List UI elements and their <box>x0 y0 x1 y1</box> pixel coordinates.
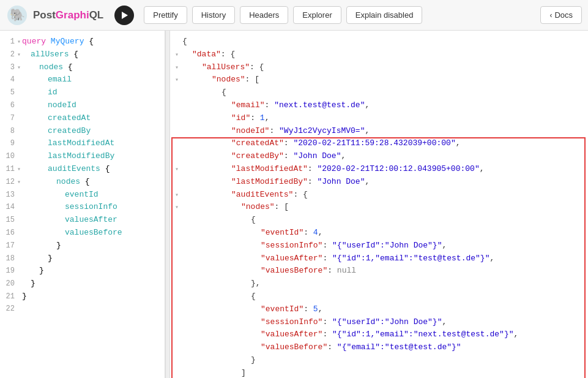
json-line-content: }, <box>182 278 261 290</box>
line-number: 7 <box>0 113 15 124</box>
result-panel[interactable]: {▾"data": {▾"allUsers": {▾"nodes": [ { "… <box>170 31 588 378</box>
explain-button[interactable]: Explain disabled <box>346 6 423 24</box>
line-number: 17 <box>0 240 15 252</box>
json-line: "lastModifiedBy": "John Doe", <box>170 176 588 189</box>
json-line-content: "nodes": [ <box>182 74 259 86</box>
json-line: { <box>170 86 588 99</box>
query-editor[interactable]: 1▾query MyQuery {2▾allUsers {3▾nodes {4 … <box>0 31 165 378</box>
toggle-arrow <box>17 216 21 225</box>
query-line: 10 lastModifiedBy <box>0 150 165 163</box>
json-line: ▾"nodes": [ <box>170 201 588 214</box>
line-number: 8 <box>0 126 15 137</box>
json-toggle-arrow <box>175 229 180 238</box>
prettify-button[interactable]: Prettify <box>144 6 187 24</box>
json-toggle-arrow <box>175 241 180 251</box>
query-line: 19 } <box>0 265 165 278</box>
json-line-content: "eventId": 5, <box>182 303 322 316</box>
line-content: } <box>22 265 44 278</box>
json-toggle-arrow <box>175 101 180 111</box>
json-line-content: "createdBy": "John Doe", <box>182 150 346 163</box>
line-content: query MyQuery { <box>22 36 94 48</box>
line-number: 22 <box>0 303 15 315</box>
json-toggle-arrow <box>175 178 180 187</box>
line-content: lastModifiedBy <box>22 150 114 163</box>
line-content: createdBy <box>22 125 91 138</box>
json-toggle-arrow <box>175 279 180 289</box>
query-line: 22 <box>0 303 165 315</box>
json-line: }, <box>170 278 588 290</box>
toggle-arrow[interactable]: ▾ <box>17 165 21 175</box>
line-number: 12 <box>0 176 15 188</box>
json-line: "sessionInfo": "{"userId":"John Doe"}", <box>170 240 588 252</box>
toggle-arrow <box>17 191 21 200</box>
line-content: } <box>22 252 53 265</box>
line-content: nodeId <box>22 99 76 112</box>
toggle-arrow <box>17 203 21 213</box>
json-line-content: "valuesBefore": null <box>182 265 356 278</box>
line-number: 21 <box>0 291 15 303</box>
query-line: 14 sessionInfo <box>0 201 165 214</box>
docs-button[interactable]: ‹ Docs <box>540 6 582 24</box>
json-toggle-arrow[interactable]: ▾ <box>175 63 180 73</box>
json-toggle-arrow <box>175 37 180 47</box>
json-toggle-arrow <box>175 369 180 378</box>
toggle-arrow <box>17 266 21 276</box>
line-number: 15 <box>0 214 15 226</box>
line-number: 5 <box>0 87 15 99</box>
json-toggle-arrow[interactable]: ▾ <box>175 191 180 200</box>
query-lines: 1▾query MyQuery {2▾allUsers {3▾nodes {4 … <box>0 36 165 315</box>
run-button[interactable] <box>114 6 134 25</box>
query-line: 13 eventId <box>0 189 165 202</box>
headers-button[interactable]: Headers <box>240 6 288 24</box>
json-line: "valuesBefore": "{"email":"test@test.de"… <box>170 341 588 354</box>
json-line: ] <box>170 367 588 378</box>
json-line-content: "sessionInfo": "{"userId":"John Doe"}", <box>182 316 447 329</box>
logo-text: PostGraphiQL <box>33 9 103 21</box>
json-line: ▾"nodes": [ <box>170 74 588 86</box>
panel-divider[interactable] <box>165 31 170 378</box>
toggle-arrow <box>17 152 21 162</box>
json-line-content: "data": { <box>182 48 235 61</box>
json-line: ▾"allUsers": { <box>170 61 588 74</box>
chevron-left-icon: ‹ <box>549 11 552 20</box>
query-line: 2▾allUsers { <box>0 48 165 61</box>
toggle-arrow[interactable]: ▾ <box>17 37 21 47</box>
line-number: 4 <box>0 74 15 86</box>
query-line: 7 createdAt <box>0 112 165 125</box>
history-button[interactable]: History <box>192 6 235 24</box>
query-line: 18 } <box>0 252 165 265</box>
json-toggle-arrow <box>175 356 180 366</box>
json-toggle-arrow[interactable]: ▾ <box>175 75 180 85</box>
json-line-content: "valuesAfter": "{"id":1,"email":"test@te… <box>182 252 494 265</box>
json-line-content: } <box>182 354 256 367</box>
json-toggle-arrow[interactable]: ▾ <box>175 50 180 60</box>
line-number: 14 <box>0 202 15 213</box>
line-number: 13 <box>0 189 15 201</box>
toolbar: 🐘 PostGraphiQL Prettify History Headers … <box>0 0 588 31</box>
json-line: ▾"auditEvents": { <box>170 189 588 202</box>
line-number: 20 <box>0 278 15 290</box>
query-line: 5 id <box>0 86 165 99</box>
toggle-arrow[interactable]: ▾ <box>17 50 21 60</box>
svg-text:🐘: 🐘 <box>10 7 25 23</box>
toggle-arrow[interactable]: ▾ <box>17 178 21 187</box>
result-lines: {▾"data": {▾"allUsers": {▾"nodes": [ { "… <box>170 36 588 378</box>
json-line: "createdBy": "John Doe", <box>170 150 588 163</box>
json-line: { <box>170 36 588 48</box>
json-line-content: "eventId": 4, <box>182 227 322 240</box>
toggle-arrow <box>17 292 21 302</box>
json-toggle-arrow[interactable]: ▾ <box>175 203 180 213</box>
line-content: sessionInfo <box>22 201 117 214</box>
toggle-arrow <box>17 241 21 251</box>
line-number: 16 <box>0 227 15 239</box>
json-line: "valuesBefore": null <box>170 265 588 278</box>
json-line: ▾"lastModifiedAt": "2020-02-21T12:00:12.… <box>170 163 588 176</box>
query-line: 4 email <box>0 74 165 86</box>
query-line: 12▾nodes { <box>0 176 165 189</box>
explorer-button[interactable]: Explorer <box>293 6 341 24</box>
json-line-content: { <box>182 290 256 303</box>
line-number: 19 <box>0 265 15 277</box>
json-toggle-arrow[interactable]: ▾ <box>175 165 180 175</box>
json-line: "id": 1, <box>170 112 588 125</box>
toggle-arrow[interactable]: ▾ <box>17 63 21 73</box>
